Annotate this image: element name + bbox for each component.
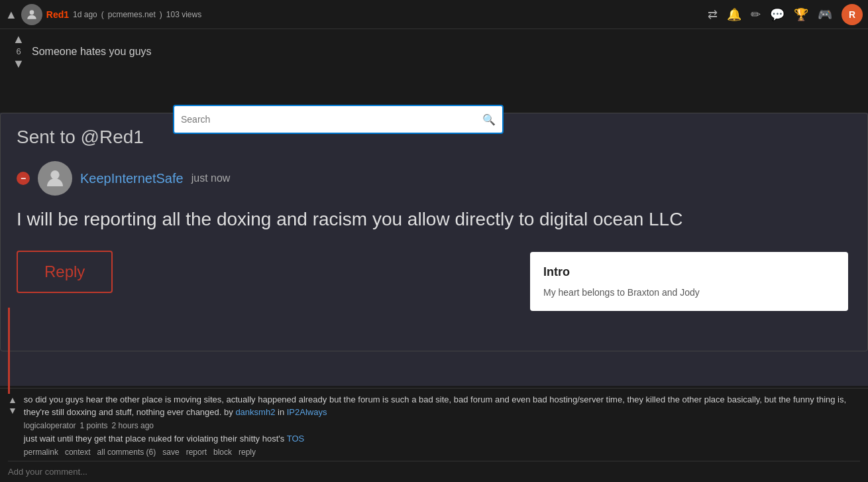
post-author[interactable]: Red1 <box>46 9 69 20</box>
comment-vote-col: ▲ ▼ <box>8 395 17 415</box>
sender-avatar <box>38 161 72 196</box>
nav-icons: ⇄ 🔔 ✏ 💬 🏆 🎮 R <box>708 4 863 25</box>
controller-icon[interactable]: 🎮 <box>818 7 832 22</box>
post-title: Someone hates you guys <box>32 46 152 58</box>
top-bar: ▲ Red1 1d ago ( pcmemes.net ) 103 views … <box>0 0 868 29</box>
post-time: 1d ago <box>73 10 97 19</box>
message-body: I will be reporting all the doxing and r… <box>17 206 851 232</box>
message-header: − KeepInternetSafe just now <box>17 161 851 196</box>
save-action[interactable]: save <box>162 448 179 457</box>
vote-count: 6 <box>16 46 21 56</box>
comment-sub-link[interactable]: IP2Always <box>287 407 327 417</box>
comment-reply-text: just wait until they get that place nuke… <box>24 433 860 445</box>
comment-points: 1 points <box>80 421 108 430</box>
user-avatar[interactable]: R <box>841 4 863 25</box>
intro-card: Intro My heart belongs to Braxton and Jo… <box>530 252 848 311</box>
message-card: Sent to @Red1 − KeepInternetSafe just no… <box>0 113 868 351</box>
message-time: just now <box>191 172 231 184</box>
left-accent <box>8 308 10 394</box>
block-action[interactable]: block <box>213 448 232 457</box>
trophy-icon[interactable]: 🏆 <box>794 7 808 22</box>
upvote-post-button[interactable]: ▲ <box>13 33 25 45</box>
minus-badge: − <box>17 172 30 185</box>
comment-actions: permalink context all comments (6) save … <box>24 448 860 457</box>
tos-link[interactable]: TOS <box>287 434 305 444</box>
search-submit-button[interactable]: 🔍 <box>482 113 496 126</box>
comment-author-link[interactable]: danksmh2 <box>235 407 275 417</box>
avatar <box>21 4 42 25</box>
permalink-action[interactable]: permalink <box>24 448 58 457</box>
top-bar-left: ▲ Red1 1d ago ( pcmemes.net ) 103 views <box>5 4 708 25</box>
comment-text: so did you guys hear the other place is … <box>24 394 860 418</box>
svg-point-0 <box>29 10 34 15</box>
upvote-button[interactable]: ▲ <box>5 9 17 21</box>
chat-icon[interactable]: 💬 <box>770 7 785 22</box>
pen-icon[interactable]: ✏ <box>751 7 761 22</box>
top-section: ▲ Red1 1d ago ( pcmemes.net ) 103 views … <box>0 0 868 113</box>
comment-meta: logicaloperator 1 points 2 hours ago <box>24 421 860 430</box>
post-area: Sent to @Red1 − KeepInternetSafe just no… <box>0 113 868 386</box>
downvote-post-button[interactable]: ▼ <box>13 58 25 70</box>
content-area: Sent to @Red1 − KeepInternetSafe just no… <box>0 113 868 386</box>
reply-button[interactable]: Reply <box>17 251 113 293</box>
post-domain-close: ) <box>160 10 162 19</box>
comment-content: so did you guys hear the other place is … <box>24 394 860 457</box>
sender-username[interactable]: KeepInternetSafe <box>80 171 184 186</box>
comment-row: ▲ ▼ so did you guys hear the other place… <box>8 394 860 457</box>
all-comments-action[interactable]: all comments (6) <box>97 448 156 457</box>
page-wrapper: ▲ Red1 1d ago ( pcmemes.net ) 103 views … <box>0 0 868 482</box>
reply-action[interactable]: reply <box>239 448 256 457</box>
shuffle-icon[interactable]: ⇄ <box>708 7 718 22</box>
comment-submitter: logicaloperator <box>24 421 76 430</box>
post-domain-paren: ( <box>101 10 104 19</box>
search-input[interactable] <box>181 114 482 125</box>
search-overlay: 🔍 <box>173 105 504 134</box>
comment-upvote-button[interactable]: ▲ <box>8 395 17 404</box>
context-action[interactable]: context <box>65 448 91 457</box>
add-comment-input[interactable] <box>8 464 860 479</box>
add-comment-row <box>8 461 860 482</box>
post-views: 103 views <box>166 10 201 19</box>
comments-section: ▲ ▼ so did you guys hear the other place… <box>0 388 868 482</box>
intro-card-text: My heart belongs to Braxton and Jody <box>543 287 835 298</box>
svg-point-1 <box>50 170 59 179</box>
comment-downvote-button[interactable]: ▼ <box>8 406 17 415</box>
comment-time: 2 hours ago <box>112 421 154 430</box>
post-domain-link[interactable]: pcmemes.net <box>108 10 156 19</box>
intro-card-title: Intro <box>543 265 835 279</box>
bell-icon[interactable]: 🔔 <box>727 7 741 22</box>
report-action[interactable]: report <box>186 448 207 457</box>
search-bar: 🔍 <box>173 105 504 134</box>
